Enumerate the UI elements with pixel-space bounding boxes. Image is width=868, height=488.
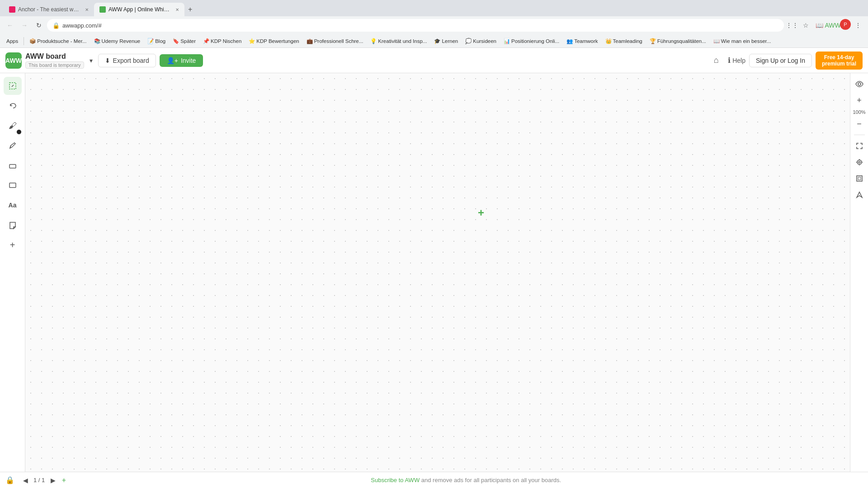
- tab1-title: Anchor - The easiest way to mai...: [18, 6, 80, 13]
- tab2-favicon: [99, 6, 106, 13]
- tab2-close[interactable]: ✕: [175, 7, 179, 12]
- bookmark-professionell[interactable]: 💼Professionell Schre...: [304, 37, 366, 45]
- bookmark-kursideen[interactable]: 💭Kursideen: [462, 37, 499, 45]
- pencil-tool[interactable]: [4, 136, 22, 155]
- home-icon: ⌂: [714, 56, 719, 65]
- browser-chrome: Anchor - The easiest way to mai... ✕ AWW…: [0, 0, 868, 48]
- more-button[interactable]: ⋮: [852, 19, 864, 32]
- undo-tool[interactable]: [4, 97, 22, 115]
- browser-tab-1[interactable]: Anchor - The easiest way to mai... ✕: [4, 3, 94, 16]
- tab1-favicon: [9, 6, 15, 13]
- subscribe-text: and remove ads for all participants on a…: [421, 477, 561, 483]
- select-tool[interactable]: [4, 77, 22, 95]
- svg-rect-10: [857, 176, 862, 181]
- browser-toolbar: ← → ↻ 🔒 awwapp.com/# ⋮⋮ ☆ 📖 AWW P ⋮: [0, 16, 868, 34]
- invite-button[interactable]: 👤+ Invite: [160, 54, 203, 67]
- bm-divider-1: [24, 37, 24, 45]
- bookmark-udemy[interactable]: 📚Udemy Revenue: [91, 37, 143, 45]
- bookmark-star[interactable]: ☆: [799, 19, 812, 32]
- board-temp-label: This board is temporary: [25, 61, 84, 69]
- eye-button[interactable]: [852, 77, 867, 91]
- page-current: 1: [33, 477, 37, 483]
- premium-trial-button[interactable]: Free 14-daypremium trial: [816, 52, 863, 70]
- bookmark-teamleading[interactable]: 👑Teamleading: [603, 37, 645, 45]
- signup-button[interactable]: Sign Up or Log In: [749, 54, 812, 67]
- apps-button[interactable]: Apps: [4, 38, 21, 45]
- svg-point-5: [859, 161, 860, 163]
- svg-rect-11: [858, 177, 861, 180]
- bookmark-kdp-nischen[interactable]: 📌KDP Nischen: [200, 37, 244, 45]
- add-tool[interactable]: +: [4, 236, 22, 254]
- refresh-button[interactable]: ↻: [33, 19, 45, 32]
- expand-button[interactable]: [852, 139, 867, 153]
- text-tool[interactable]: Aa: [4, 196, 22, 214]
- back-button[interactable]: ←: [4, 19, 16, 32]
- export-board-button[interactable]: ⬇ Export board: [98, 54, 156, 67]
- zoom-level: 100%: [853, 109, 865, 115]
- bookmarks-bar: Apps 📦Produktsuche - Mer... 📚Udemy Reven…: [0, 34, 868, 48]
- aww-extension[interactable]: AWW: [826, 19, 839, 32]
- bookmark-kreativität[interactable]: 💡Kreativität und Insp...: [368, 37, 429, 45]
- right-divider-1: [854, 135, 865, 135]
- left-toolbar: 🖌 Aa: [0, 73, 25, 472]
- browser-tabs: Anchor - The easiest way to mai... ✕ AWW…: [0, 0, 868, 16]
- browser-tab-2[interactable]: AWW App | Online Whiteboard ... ✕: [94, 3, 184, 16]
- color-indicator: [16, 129, 22, 135]
- subscribe-bar: Subscribe to AWW and remove ads for all …: [69, 477, 863, 483]
- bookmark-später[interactable]: 🔖Später: [170, 37, 198, 45]
- bookmark-blog[interactable]: 📝Blog: [145, 37, 168, 45]
- bookmark-wie-man[interactable]: 📖Wie man ein besser...: [711, 37, 774, 45]
- help-info-icon: ℹ: [728, 56, 731, 65]
- add-page-button[interactable]: +: [58, 475, 69, 486]
- invite-icon: 👤+: [167, 57, 178, 64]
- bookmark-führung[interactable]: 🏆Führungsqualitäten...: [647, 37, 709, 45]
- extensions-button[interactable]: ⋮⋮: [786, 19, 798, 32]
- zoom-add-button[interactable]: +: [852, 93, 867, 108]
- navigate-button[interactable]: [852, 188, 867, 202]
- forward-button[interactable]: →: [18, 19, 31, 32]
- canvas-cursor: +: [478, 206, 484, 219]
- fit-button[interactable]: [852, 171, 867, 186]
- sticky-note-tool[interactable]: [4, 216, 22, 234]
- board-dropdown-button[interactable]: ▾: [88, 55, 94, 66]
- reading-mode[interactable]: 📖: [813, 19, 826, 32]
- bookmark-kdp-bewertungen[interactable]: ⭐KDP Bewertungen: [246, 37, 302, 45]
- eraser-tool[interactable]: [4, 156, 22, 174]
- app-topbar: AWW AWW board This board is temporary ▾ …: [0, 48, 868, 73]
- home-button[interactable]: ⌂: [708, 52, 724, 69]
- bookmark-positionierung[interactable]: 📊Positionierung Onli...: [501, 37, 562, 45]
- zoom-minus-button[interactable]: −: [852, 117, 867, 131]
- page-total: 1: [42, 477, 45, 483]
- right-toolbar: + 100% −: [850, 73, 868, 472]
- new-tab-button[interactable]: +: [184, 3, 196, 16]
- prev-page-button[interactable]: ◀: [20, 475, 31, 486]
- tab2-title: AWW App | Online Whiteboard ...: [108, 6, 171, 13]
- address-bar[interactable]: 🔒 awwapp.com/#: [47, 19, 784, 32]
- export-icon: ⬇: [105, 57, 110, 64]
- svg-point-4: [857, 160, 862, 164]
- help-button[interactable]: ℹ Help: [728, 56, 745, 65]
- help-label: Help: [732, 57, 745, 64]
- next-page-button[interactable]: ▶: [47, 475, 58, 486]
- locate-button[interactable]: [852, 155, 867, 169]
- page-info: 1 / 1: [33, 477, 45, 483]
- canvas-area[interactable]: +: [25, 73, 850, 472]
- board-name-area: AWW board This board is temporary: [25, 52, 84, 69]
- svg-point-3: [858, 83, 861, 85]
- lock-icon: 🔒: [5, 476, 14, 484]
- bottom-bar: 🔒 ◀ 1 / 1 ▶ + Subscribe to AWW and remov…: [0, 472, 868, 488]
- url-display: awwapp.com/#: [62, 22, 102, 29]
- shapes-tool[interactable]: [4, 176, 22, 194]
- svg-rect-1: [9, 164, 16, 168]
- tab1-close[interactable]: ✕: [85, 7, 89, 12]
- text-tool-label: Aa: [9, 202, 17, 209]
- page-navigation: ◀ 1 / 1 ▶: [20, 475, 58, 486]
- app-logo: AWW: [5, 52, 22, 69]
- bookmark-produktsuche[interactable]: 📦Produktsuche - Mer...: [27, 37, 89, 45]
- bookmark-teamwork[interactable]: 👥Teamwork: [564, 37, 600, 45]
- profile-button[interactable]: P: [840, 19, 851, 30]
- subscribe-link[interactable]: Subscribe to AWW: [371, 477, 420, 483]
- bookmark-lernen[interactable]: 🎓Lernen: [431, 37, 461, 45]
- board-name: AWW board: [25, 52, 84, 61]
- brush-tool[interactable]: 🖌: [4, 117, 22, 135]
